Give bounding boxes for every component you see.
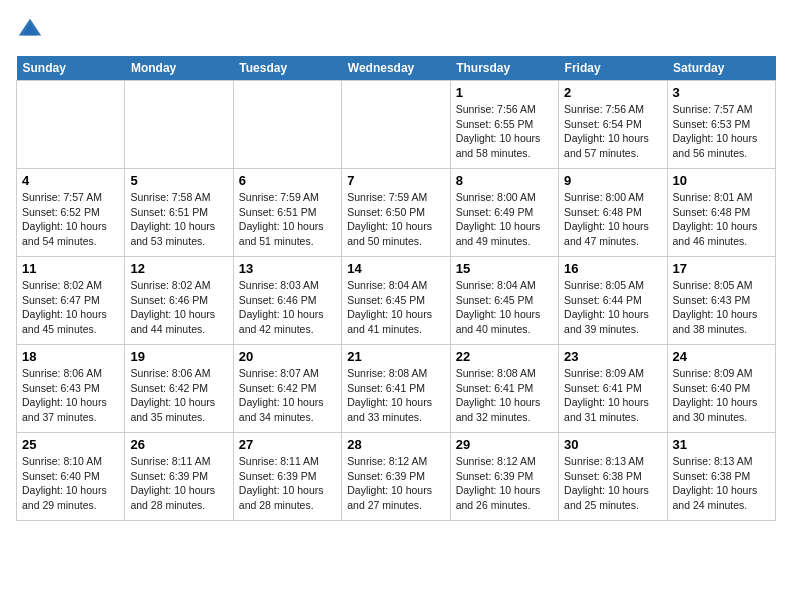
header-row: SundayMondayTuesdayWednesdayThursdayFrid… (17, 56, 776, 81)
day-number: 24 (673, 349, 770, 364)
cell-info: Sunrise: 7:56 AMSunset: 6:55 PMDaylight:… (456, 102, 553, 161)
cell-info: Sunrise: 8:09 AMSunset: 6:40 PMDaylight:… (673, 366, 770, 425)
calendar-cell: 5Sunrise: 7:58 AMSunset: 6:51 PMDaylight… (125, 169, 233, 257)
day-number: 14 (347, 261, 444, 276)
calendar-cell: 27Sunrise: 8:11 AMSunset: 6:39 PMDayligh… (233, 433, 341, 521)
day-number: 3 (673, 85, 770, 100)
day-number: 21 (347, 349, 444, 364)
day-number: 8 (456, 173, 553, 188)
week-row-4: 18Sunrise: 8:06 AMSunset: 6:43 PMDayligh… (17, 345, 776, 433)
page-header (16, 16, 776, 44)
day-number: 1 (456, 85, 553, 100)
cell-info: Sunrise: 8:09 AMSunset: 6:41 PMDaylight:… (564, 366, 661, 425)
day-header-saturday: Saturday (667, 56, 775, 81)
cell-info: Sunrise: 7:57 AMSunset: 6:52 PMDaylight:… (22, 190, 119, 249)
day-number: 17 (673, 261, 770, 276)
cell-info: Sunrise: 8:13 AMSunset: 6:38 PMDaylight:… (564, 454, 661, 513)
cell-info: Sunrise: 8:02 AMSunset: 6:46 PMDaylight:… (130, 278, 227, 337)
cell-info: Sunrise: 8:03 AMSunset: 6:46 PMDaylight:… (239, 278, 336, 337)
day-number: 26 (130, 437, 227, 452)
calendar-cell: 26Sunrise: 8:11 AMSunset: 6:39 PMDayligh… (125, 433, 233, 521)
day-number: 16 (564, 261, 661, 276)
cell-info: Sunrise: 8:04 AMSunset: 6:45 PMDaylight:… (456, 278, 553, 337)
calendar-cell: 16Sunrise: 8:05 AMSunset: 6:44 PMDayligh… (559, 257, 667, 345)
calendar-cell: 1Sunrise: 7:56 AMSunset: 6:55 PMDaylight… (450, 81, 558, 169)
calendar-cell: 13Sunrise: 8:03 AMSunset: 6:46 PMDayligh… (233, 257, 341, 345)
day-header-friday: Friday (559, 56, 667, 81)
logo-icon (16, 16, 44, 44)
day-number: 28 (347, 437, 444, 452)
day-number: 31 (673, 437, 770, 452)
cell-info: Sunrise: 8:13 AMSunset: 6:38 PMDaylight:… (673, 454, 770, 513)
cell-info: Sunrise: 8:04 AMSunset: 6:45 PMDaylight:… (347, 278, 444, 337)
cell-info: Sunrise: 8:05 AMSunset: 6:44 PMDaylight:… (564, 278, 661, 337)
calendar-cell: 8Sunrise: 8:00 AMSunset: 6:49 PMDaylight… (450, 169, 558, 257)
day-number: 27 (239, 437, 336, 452)
calendar-cell: 7Sunrise: 7:59 AMSunset: 6:50 PMDaylight… (342, 169, 450, 257)
week-row-5: 25Sunrise: 8:10 AMSunset: 6:40 PMDayligh… (17, 433, 776, 521)
day-number: 11 (22, 261, 119, 276)
calendar-cell: 14Sunrise: 8:04 AMSunset: 6:45 PMDayligh… (342, 257, 450, 345)
calendar-cell: 12Sunrise: 8:02 AMSunset: 6:46 PMDayligh… (125, 257, 233, 345)
calendar-cell: 31Sunrise: 8:13 AMSunset: 6:38 PMDayligh… (667, 433, 775, 521)
day-number: 5 (130, 173, 227, 188)
day-number: 6 (239, 173, 336, 188)
week-row-1: 1Sunrise: 7:56 AMSunset: 6:55 PMDaylight… (17, 81, 776, 169)
cell-info: Sunrise: 7:59 AMSunset: 6:50 PMDaylight:… (347, 190, 444, 249)
cell-info: Sunrise: 7:56 AMSunset: 6:54 PMDaylight:… (564, 102, 661, 161)
calendar-cell: 4Sunrise: 7:57 AMSunset: 6:52 PMDaylight… (17, 169, 125, 257)
logo (16, 16, 48, 44)
cell-info: Sunrise: 7:58 AMSunset: 6:51 PMDaylight:… (130, 190, 227, 249)
calendar-cell (342, 81, 450, 169)
calendar-cell: 2Sunrise: 7:56 AMSunset: 6:54 PMDaylight… (559, 81, 667, 169)
calendar-cell: 18Sunrise: 8:06 AMSunset: 6:43 PMDayligh… (17, 345, 125, 433)
cell-info: Sunrise: 8:02 AMSunset: 6:47 PMDaylight:… (22, 278, 119, 337)
cell-info: Sunrise: 8:01 AMSunset: 6:48 PMDaylight:… (673, 190, 770, 249)
day-number: 18 (22, 349, 119, 364)
calendar-cell (233, 81, 341, 169)
cell-info: Sunrise: 8:11 AMSunset: 6:39 PMDaylight:… (130, 454, 227, 513)
cell-info: Sunrise: 8:07 AMSunset: 6:42 PMDaylight:… (239, 366, 336, 425)
cell-info: Sunrise: 8:10 AMSunset: 6:40 PMDaylight:… (22, 454, 119, 513)
day-number: 10 (673, 173, 770, 188)
calendar-cell: 22Sunrise: 8:08 AMSunset: 6:41 PMDayligh… (450, 345, 558, 433)
day-header-tuesday: Tuesday (233, 56, 341, 81)
calendar-cell: 9Sunrise: 8:00 AMSunset: 6:48 PMDaylight… (559, 169, 667, 257)
cell-info: Sunrise: 8:05 AMSunset: 6:43 PMDaylight:… (673, 278, 770, 337)
calendar-cell: 24Sunrise: 8:09 AMSunset: 6:40 PMDayligh… (667, 345, 775, 433)
calendar-cell: 30Sunrise: 8:13 AMSunset: 6:38 PMDayligh… (559, 433, 667, 521)
day-header-wednesday: Wednesday (342, 56, 450, 81)
calendar-cell (17, 81, 125, 169)
calendar-cell: 23Sunrise: 8:09 AMSunset: 6:41 PMDayligh… (559, 345, 667, 433)
cell-info: Sunrise: 8:00 AMSunset: 6:49 PMDaylight:… (456, 190, 553, 249)
day-number: 7 (347, 173, 444, 188)
day-number: 4 (22, 173, 119, 188)
day-number: 23 (564, 349, 661, 364)
cell-info: Sunrise: 8:12 AMSunset: 6:39 PMDaylight:… (347, 454, 444, 513)
calendar-cell: 3Sunrise: 7:57 AMSunset: 6:53 PMDaylight… (667, 81, 775, 169)
cell-info: Sunrise: 8:00 AMSunset: 6:48 PMDaylight:… (564, 190, 661, 249)
day-number: 2 (564, 85, 661, 100)
day-number: 15 (456, 261, 553, 276)
cell-info: Sunrise: 8:06 AMSunset: 6:43 PMDaylight:… (22, 366, 119, 425)
week-row-2: 4Sunrise: 7:57 AMSunset: 6:52 PMDaylight… (17, 169, 776, 257)
calendar-cell: 25Sunrise: 8:10 AMSunset: 6:40 PMDayligh… (17, 433, 125, 521)
cell-info: Sunrise: 8:06 AMSunset: 6:42 PMDaylight:… (130, 366, 227, 425)
day-number: 29 (456, 437, 553, 452)
calendar-cell: 15Sunrise: 8:04 AMSunset: 6:45 PMDayligh… (450, 257, 558, 345)
calendar-cell: 28Sunrise: 8:12 AMSunset: 6:39 PMDayligh… (342, 433, 450, 521)
day-number: 13 (239, 261, 336, 276)
cell-info: Sunrise: 8:08 AMSunset: 6:41 PMDaylight:… (456, 366, 553, 425)
calendar-cell: 21Sunrise: 8:08 AMSunset: 6:41 PMDayligh… (342, 345, 450, 433)
day-number: 30 (564, 437, 661, 452)
calendar-cell: 10Sunrise: 8:01 AMSunset: 6:48 PMDayligh… (667, 169, 775, 257)
calendar-cell: 11Sunrise: 8:02 AMSunset: 6:47 PMDayligh… (17, 257, 125, 345)
day-number: 19 (130, 349, 227, 364)
day-header-sunday: Sunday (17, 56, 125, 81)
day-number: 22 (456, 349, 553, 364)
day-number: 9 (564, 173, 661, 188)
calendar-cell: 17Sunrise: 8:05 AMSunset: 6:43 PMDayligh… (667, 257, 775, 345)
day-header-monday: Monday (125, 56, 233, 81)
calendar-table: SundayMondayTuesdayWednesdayThursdayFrid… (16, 56, 776, 521)
calendar-cell: 20Sunrise: 8:07 AMSunset: 6:42 PMDayligh… (233, 345, 341, 433)
